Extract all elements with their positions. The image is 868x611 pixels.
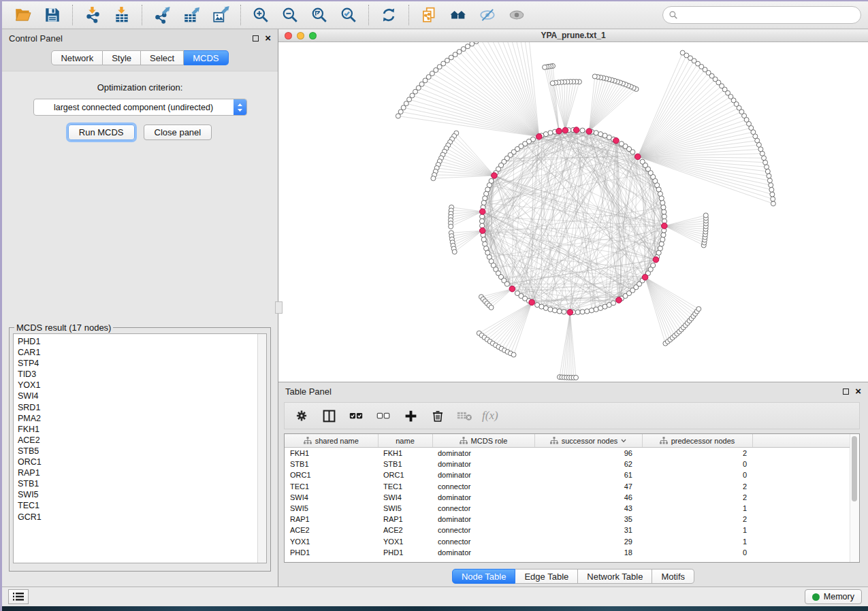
table-cell[interactable]: FKH1 bbox=[378, 448, 432, 459]
table-cell[interactable]: 0 bbox=[642, 469, 752, 480]
table-cell[interactable]: ORC1 bbox=[378, 469, 432, 480]
table-cell[interactable]: SWI4 bbox=[378, 492, 432, 503]
table-cell[interactable]: 46 bbox=[534, 492, 642, 503]
float-panel-icon[interactable] bbox=[253, 35, 259, 42]
table-cell[interactable]: YOX1 bbox=[378, 536, 432, 547]
table-cell[interactable]: 2 bbox=[642, 448, 752, 459]
mcds-node[interactable] bbox=[653, 257, 659, 263]
table-cell[interactable]: 47 bbox=[534, 481, 642, 492]
table-cell[interactable]: 1 bbox=[642, 536, 752, 547]
tab-mcds[interactable]: MCDS bbox=[184, 50, 228, 65]
table-cell[interactable]: 35 bbox=[534, 514, 642, 525]
table-row[interactable]: SWI5SWI5connector431 bbox=[285, 503, 850, 514]
delete-table-button[interactable] bbox=[455, 406, 475, 426]
mcds-node[interactable] bbox=[634, 154, 641, 160]
table-cell[interactable]: 2 bbox=[642, 492, 752, 503]
zoom-in-button[interactable] bbox=[246, 3, 275, 27]
mcds-result-item[interactable]: TID3 bbox=[18, 369, 257, 380]
window-close-icon[interactable] bbox=[285, 32, 292, 39]
window-minimize-icon[interactable] bbox=[297, 32, 304, 39]
table-cell[interactable]: 31 bbox=[534, 525, 642, 535]
table-cell[interactable]: connector bbox=[432, 481, 534, 492]
zoom-out-button[interactable] bbox=[276, 3, 304, 27]
mcds-result-item[interactable]: ORC1 bbox=[18, 457, 257, 467]
delete-column-button[interactable] bbox=[428, 406, 448, 426]
mcds-result-item[interactable]: STB5 bbox=[18, 446, 257, 457]
create-column-button[interactable] bbox=[400, 406, 421, 426]
tab-node-table[interactable]: Node Table bbox=[452, 569, 516, 584]
table-row[interactable]: PHD1PHD1dominator180 bbox=[285, 547, 850, 558]
export-network-button[interactable] bbox=[148, 3, 176, 27]
mcds-node[interactable] bbox=[573, 127, 579, 133]
mcds-node[interactable] bbox=[479, 209, 485, 215]
mcds-node[interactable] bbox=[586, 129, 592, 135]
table-cell[interactable]: dominator bbox=[432, 492, 534, 503]
column-header-MCDS-role[interactable]: MCDS role bbox=[432, 434, 534, 448]
unselect-all-columns-button[interactable] bbox=[373, 406, 393, 426]
tab-network[interactable]: Network bbox=[51, 50, 103, 65]
table-cell[interactable]: SWI4 bbox=[285, 492, 378, 503]
zoom-fit-button[interactable] bbox=[305, 3, 334, 27]
table-row[interactable]: SWI4SWI4dominator462 bbox=[285, 492, 850, 503]
show-all-button[interactable] bbox=[502, 3, 531, 27]
select-all-columns-button[interactable] bbox=[346, 406, 366, 426]
mcds-node[interactable] bbox=[616, 297, 622, 303]
mcds-result-item[interactable]: ACE2 bbox=[18, 435, 257, 446]
refresh-button[interactable] bbox=[374, 3, 403, 27]
search-input[interactable] bbox=[662, 6, 861, 24]
tab-network-table[interactable]: Network Table bbox=[578, 569, 652, 584]
close-panel-icon[interactable]: × bbox=[265, 34, 271, 42]
table-cell[interactable]: PHD1 bbox=[378, 547, 432, 558]
table-cell[interactable]: dominator bbox=[432, 514, 534, 525]
open-file-button[interactable] bbox=[9, 3, 37, 27]
mcds-result-item[interactable]: TEC1 bbox=[18, 500, 257, 511]
export-table-button[interactable] bbox=[177, 3, 206, 27]
table-row[interactable]: ORC1ORC1dominator610 bbox=[285, 469, 850, 480]
export-image-button[interactable] bbox=[206, 3, 235, 27]
tab-style[interactable]: Style bbox=[103, 50, 141, 65]
table-cell[interactable]: ACE2 bbox=[378, 525, 432, 535]
mcds-node[interactable] bbox=[662, 223, 668, 229]
memory-button[interactable]: Memory bbox=[805, 589, 862, 604]
mcds-node[interactable] bbox=[509, 286, 515, 292]
table-cell[interactable]: 62 bbox=[534, 459, 642, 469]
split-pane-handle[interactable] bbox=[275, 301, 283, 314]
mcds-result-item[interactable]: GCR1 bbox=[18, 512, 257, 523]
zoom-selected-button[interactable] bbox=[334, 3, 363, 27]
mcds-result-item[interactable]: STB1 bbox=[18, 478, 257, 489]
table-cell[interactable]: 29 bbox=[534, 536, 642, 547]
mcds-result-item[interactable]: PMA2 bbox=[18, 413, 257, 424]
mcds-result-list[interactable]: PHD1CAR1STP4TID3YOX1SWI4SRD1PMA2FKH1ACE2… bbox=[13, 333, 267, 563]
table-cell[interactable]: PHD1 bbox=[285, 547, 378, 558]
table-cell[interactable]: ACE2 bbox=[285, 525, 378, 535]
table-cell[interactable]: TEC1 bbox=[285, 481, 378, 492]
table-cell[interactable]: 96 bbox=[534, 448, 642, 459]
mcds-list-scrollbar[interactable] bbox=[257, 334, 266, 563]
function-builder-icon[interactable]: f(x) bbox=[482, 409, 498, 423]
hide-selected-button[interactable] bbox=[473, 3, 502, 27]
table-row[interactable]: ACE2ACE2connector311 bbox=[285, 525, 850, 535]
mcds-result-item[interactable]: RAP1 bbox=[18, 467, 257, 478]
table-cell[interactable]: 2 bbox=[642, 514, 752, 525]
table-cell[interactable]: 61 bbox=[534, 469, 642, 480]
first-neighbors-button[interactable] bbox=[444, 3, 472, 27]
table-cell[interactable]: STB1 bbox=[378, 459, 432, 469]
mcds-node[interactable] bbox=[613, 137, 620, 144]
table-cell[interactable]: connector bbox=[432, 536, 534, 547]
network-canvas[interactable] bbox=[278, 42, 868, 382]
table-cell[interactable]: 18 bbox=[534, 547, 642, 558]
mcds-result-item[interactable]: SWI4 bbox=[18, 391, 257, 401]
mcds-node[interactable] bbox=[529, 299, 535, 306]
close-table-panel-icon[interactable]: × bbox=[855, 387, 861, 395]
table-cell[interactable]: SWI5 bbox=[378, 503, 432, 514]
import-table-button[interactable] bbox=[108, 3, 136, 27]
column-header-name[interactable]: name bbox=[378, 434, 432, 448]
table-cell[interactable]: dominator bbox=[432, 448, 534, 459]
mcds-node[interactable] bbox=[492, 173, 498, 179]
column-header-predecessor-nodes[interactable]: predecessor nodes bbox=[642, 434, 752, 448]
column-header-shared-name[interactable]: shared name bbox=[285, 434, 378, 448]
table-cell[interactable]: STB1 bbox=[285, 459, 378, 469]
run-mcds-button[interactable]: Run MCDS bbox=[68, 125, 135, 140]
column-header-successor-nodes[interactable]: successor nodes bbox=[534, 434, 642, 448]
tab-edge-table[interactable]: Edge Table bbox=[515, 569, 578, 584]
